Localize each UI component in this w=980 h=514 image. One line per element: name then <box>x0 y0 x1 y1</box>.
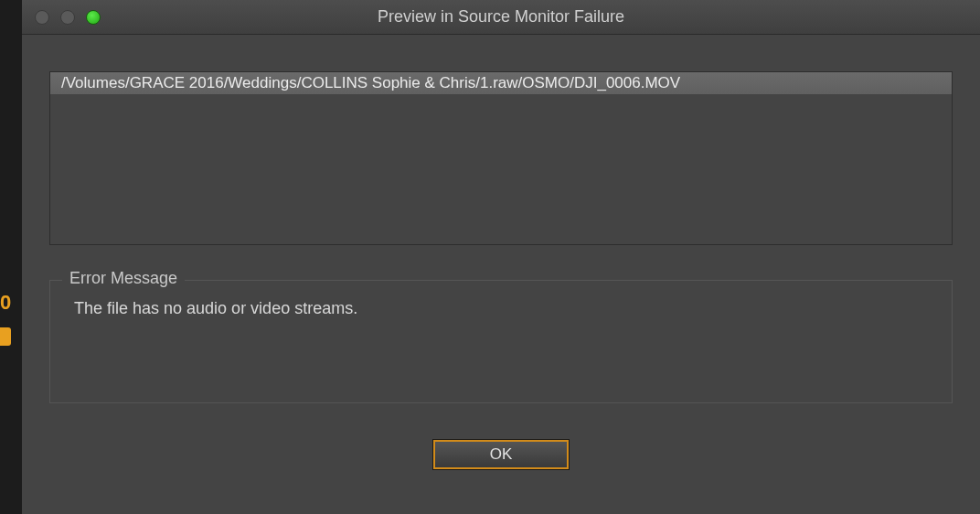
file-path: /Volumes/GRACE 2016/Weddings/COLLINS Sop… <box>61 74 680 92</box>
left-accent-glyph: 0 <box>0 291 11 311</box>
error-message-text: The file has no audio or video streams. <box>74 299 943 318</box>
dialog-button-row: OK <box>49 440 953 469</box>
app-left-strip: 0 <box>0 0 22 514</box>
window-traffic-lights <box>35 10 101 25</box>
window-zoom-button[interactable] <box>86 10 101 25</box>
error-message-legend: Error Message <box>62 269 185 288</box>
dialog-content: /Volumes/GRACE 2016/Weddings/COLLINS Sop… <box>22 35 980 514</box>
ok-button-label: OK <box>490 445 513 464</box>
error-message-box: The file has no audio or video streams. <box>49 280 953 403</box>
left-accent-dot <box>0 327 11 346</box>
dialog-titlebar[interactable]: Preview in Source Monitor Failure <box>22 0 980 35</box>
dialog-title: Preview in Source Monitor Failure <box>22 7 980 27</box>
ok-button[interactable]: OK <box>433 440 569 469</box>
window-close-button[interactable] <box>35 10 49 25</box>
file-list[interactable]: /Volumes/GRACE 2016/Weddings/COLLINS Sop… <box>49 71 953 245</box>
error-dialog: Preview in Source Monitor Failure /Volum… <box>22 0 980 514</box>
window-minimize-button[interactable] <box>60 10 75 25</box>
file-list-item[interactable]: /Volumes/GRACE 2016/Weddings/COLLINS Sop… <box>50 72 952 94</box>
error-message-section: Error Message The file has no audio or v… <box>49 280 953 403</box>
